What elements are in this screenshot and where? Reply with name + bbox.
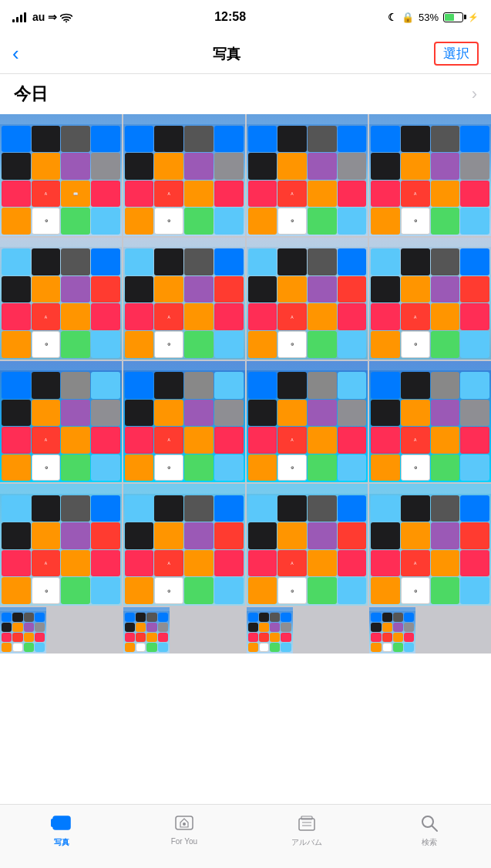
- back-button[interactable]: ‹: [12, 42, 19, 66]
- status-left: au ⇒: [12, 11, 72, 23]
- tab-for-you[interactable]: For You: [161, 812, 207, 846]
- svg-line-11: [432, 826, 438, 832]
- photo-cell[interactable]: A ⚙: [247, 238, 368, 360]
- photo-cell[interactable]: A ⚙: [123, 361, 245, 483]
- nav-bar: ‹ 写真 選択: [0, 34, 491, 74]
- tab-bar: 写真 For You アルバム: [0, 804, 491, 868]
- svg-point-0: [66, 22, 67, 23]
- photo-cell[interactable]: A ⚙: [0, 238, 122, 360]
- for-you-tab-icon: [173, 812, 195, 834]
- tab-search[interactable]: 検索: [406, 812, 452, 848]
- svg-rect-1: [53, 816, 70, 829]
- photo-cell[interactable]: A ⚙: [369, 238, 491, 360]
- search-tab-label: 検索: [422, 837, 437, 848]
- photo-grid: A 📖 ⚙: [0, 114, 491, 654]
- status-right: ☾ 🔒 53% ⚡: [388, 12, 479, 23]
- photos-tab-icon: [51, 812, 72, 834]
- carrier-label: au: [32, 11, 45, 23]
- moon-icon: ☾: [388, 12, 397, 23]
- photo-cell[interactable]: A ⚙: [123, 114, 245, 236]
- svg-rect-3: [51, 819, 54, 827]
- battery-icon: [443, 12, 463, 22]
- photo-cell[interactable]: [0, 607, 46, 654]
- section-header: 今日 ›: [0, 74, 491, 114]
- albums-tab-icon: [296, 812, 318, 834]
- battery-percent: 53%: [419, 12, 439, 23]
- status-time: 12:58: [214, 10, 246, 24]
- svg-rect-7: [301, 816, 312, 819]
- section-chevron[interactable]: ›: [472, 84, 477, 104]
- lock-icon: 🔒: [402, 12, 414, 23]
- svg-point-5: [183, 822, 186, 826]
- photo-cell[interactable]: A ⚙: [369, 484, 491, 606]
- search-tab-icon: [419, 812, 440, 834]
- photo-cell[interactable]: A ⚙: [123, 238, 245, 360]
- photo-cell[interactable]: A ⚙: [247, 114, 368, 236]
- photo-cell[interactable]: A ⚙: [369, 114, 491, 236]
- photo-cell[interactable]: A ⚙: [0, 361, 122, 483]
- photo-cell[interactable]: A ⚙: [123, 484, 245, 606]
- charging-icon: ⚡: [468, 12, 479, 22]
- photo-cell[interactable]: A ⚙: [247, 484, 368, 606]
- select-button[interactable]: 選択: [434, 42, 479, 66]
- photos-tab-label: 写真: [54, 837, 69, 848]
- photo-cell[interactable]: [247, 607, 293, 654]
- photo-cell[interactable]: A ⚙: [0, 484, 122, 606]
- nav-title: 写真: [213, 45, 240, 63]
- photo-cell[interactable]: [123, 607, 170, 654]
- signal-bars: [12, 12, 26, 22]
- tab-photos[interactable]: 写真: [39, 812, 85, 848]
- photo-cell[interactable]: A ⚙: [247, 361, 368, 483]
- photo-cell[interactable]: A ⚙: [369, 361, 491, 483]
- for-you-tab-label: For You: [171, 837, 197, 846]
- tab-albums[interactable]: アルバム: [284, 812, 330, 848]
- photo-cell[interactable]: A 📖 ⚙: [0, 114, 122, 236]
- photo-cell[interactable]: [369, 607, 415, 654]
- albums-tab-label: アルバム: [291, 837, 322, 848]
- svg-rect-6: [299, 819, 314, 830]
- status-bar: au ⇒ 12:58 ☾ 🔒 53% ⚡: [0, 0, 491, 34]
- wifi-icon: ⇒: [48, 11, 72, 23]
- content-area: 今日 › A 📖: [0, 74, 491, 804]
- section-title: 今日: [14, 83, 48, 106]
